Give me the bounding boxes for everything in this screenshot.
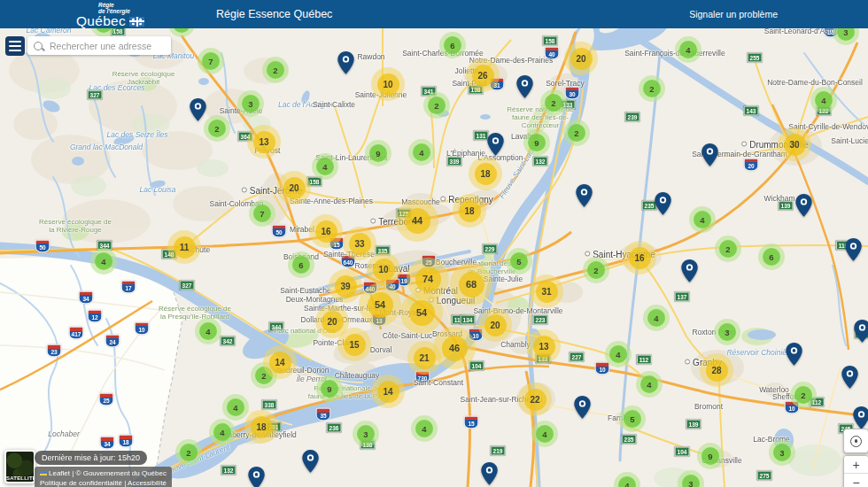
cluster-marker[interactable]: 9 <box>365 140 391 166</box>
route-shield: 338 <box>262 400 277 410</box>
cluster-marker[interactable]: 10 <box>371 67 405 101</box>
cluster-marker[interactable]: 16 <box>309 214 343 248</box>
cluster-marker[interactable]: 7 <box>198 48 224 74</box>
cluster-marker[interactable]: 4 <box>605 341 632 367</box>
cluster-marker[interactable]: 4 <box>408 139 435 166</box>
cluster-marker[interactable]: 22 <box>518 383 552 416</box>
cluster-marker[interactable]: 44 <box>396 199 438 242</box>
cluster-marker[interactable]: 5 <box>506 248 532 274</box>
cluster-marker[interactable]: 33 <box>343 227 376 260</box>
cluster-marker[interactable]: 18 <box>453 194 486 228</box>
map-canvas[interactable]: 1583273641581483443273423443382011323413… <box>0 0 868 487</box>
cluster-marker[interactable]: 2 <box>715 236 741 262</box>
autoroute-shield: 10 <box>595 362 610 375</box>
cluster-marker[interactable]: 54 <box>359 283 401 326</box>
cluster-marker[interactable]: 2 <box>583 257 609 283</box>
cluster-marker[interactable]: 28 <box>700 353 733 387</box>
cluster-marker[interactable]: 20 <box>564 42 598 75</box>
quebec-government-logo[interactable]: Régie de l'énergie Québec <box>76 2 144 29</box>
cluster-marker[interactable]: 2 <box>790 382 817 408</box>
search-input[interactable] <box>48 40 171 52</box>
cluster-marker[interactable]: 2 <box>204 115 230 142</box>
cluster-marker[interactable]: 2 <box>639 75 665 102</box>
map-label-water: Lac des Seize Îles <box>107 130 168 139</box>
cluster-marker[interactable]: 31 <box>530 274 563 308</box>
map-label-town: L'Épiphanie <box>446 149 485 158</box>
cluster-marker[interactable]: 7 <box>249 200 275 227</box>
cluster-marker[interactable]: 4 <box>209 419 236 445</box>
cluster-marker[interactable]: 11 <box>167 230 201 264</box>
cluster-marker[interactable]: 2 <box>563 120 590 146</box>
cluster-marker[interactable]: 6 <box>758 244 785 270</box>
cluster-marker[interactable]: 2 <box>423 92 450 119</box>
cluster-marker[interactable]: 16 <box>623 241 656 274</box>
autoroute-shield: 20 <box>744 158 759 172</box>
cluster-marker[interactable]: 6 <box>439 32 466 58</box>
cluster-marker[interactable]: 2 <box>540 89 567 116</box>
cluster-marker[interactable]: 10 <box>367 252 400 286</box>
map-label-water: Lac de l'Achigan <box>278 100 333 109</box>
cluster-marker[interactable]: 5 <box>619 406 646 432</box>
cluster-marker[interactable]: 13 <box>247 125 281 158</box>
cluster-marker[interactable]: 30 <box>778 128 811 161</box>
cluster-marker[interactable]: 4 <box>312 153 338 180</box>
leaflet-link[interactable]: Leaflet <box>49 469 70 477</box>
cluster-marker[interactable]: 4 <box>810 87 837 113</box>
cluster-marker[interactable]: 18 <box>244 410 278 444</box>
provider-link[interactable]: © Gouvernement du Québec <box>76 469 167 477</box>
cluster-marker[interactable]: 4 <box>643 305 670 331</box>
cluster-marker[interactable]: 2 <box>175 439 202 466</box>
map-label-town: Chambly <box>500 340 531 349</box>
map-label-town: Wickham <box>764 194 795 203</box>
menu-button[interactable] <box>5 36 25 56</box>
cluster-marker[interactable]: 3 <box>237 90 264 117</box>
locate-button[interactable] <box>843 429 868 453</box>
address-search <box>27 36 171 55</box>
autoroute-shield: 18 <box>119 435 134 448</box>
cluster-marker[interactable]: 4 <box>675 36 701 63</box>
privacy-link[interactable]: Politique de confidentialité <box>40 479 122 487</box>
cluster-marker[interactable]: 4 <box>614 472 640 487</box>
cluster-marker[interactable]: 68 <box>450 263 492 305</box>
cluster-marker[interactable]: 6 <box>288 251 314 278</box>
route-shield: 275 <box>757 471 772 481</box>
map-label-town: Bromont <box>694 402 723 411</box>
cluster-marker[interactable]: 15 <box>337 328 371 361</box>
cluster-marker[interactable]: 4 <box>689 206 716 233</box>
cluster-marker[interactable]: 20 <box>277 171 311 205</box>
cluster-marker[interactable]: 14 <box>263 345 297 379</box>
cluster-marker[interactable]: 4 <box>90 248 117 274</box>
route-shield: 342 <box>221 336 236 346</box>
cluster-marker[interactable]: 14 <box>371 375 405 408</box>
cluster-marker[interactable]: 18 <box>469 157 502 190</box>
zoom-out-button[interactable]: − <box>844 473 868 487</box>
cluster-marker[interactable]: 9 <box>697 443 724 469</box>
cluster-marker[interactable]: 4 <box>411 415 438 442</box>
accessibility-link[interactable]: Accessibilité <box>128 479 167 487</box>
satellite-layer-toggle[interactable]: SATELLITE <box>4 450 35 483</box>
cluster-marker[interactable]: 20 <box>478 308 512 342</box>
cluster-marker[interactable]: 26 <box>466 58 500 92</box>
cluster-marker[interactable]: 13 <box>527 329 561 363</box>
cluster-marker[interactable]: 54 <box>400 291 443 334</box>
cluster-marker[interactable]: 39 <box>329 269 362 303</box>
cluster-marker[interactable]: 4 <box>222 394 249 421</box>
report-problem-link[interactable]: Signaler un problème <box>689 9 778 19</box>
cluster-marker[interactable]: 3 <box>714 319 740 345</box>
map-label-water: Grand lac MacDonald <box>70 143 143 151</box>
hamburger-icon <box>9 41 21 43</box>
cluster-marker[interactable]: 9 <box>523 129 550 156</box>
cluster-marker[interactable]: 4 <box>636 371 663 398</box>
autoroute-shield: 25 <box>99 393 114 406</box>
cluster-marker[interactable]: 2 <box>262 57 289 83</box>
cluster-marker[interactable]: 9 <box>316 375 343 402</box>
cluster-marker[interactable]: 4 <box>531 421 558 447</box>
cluster-marker[interactable]: 21 <box>407 341 441 375</box>
cluster-marker[interactable]: 3 <box>353 421 379 447</box>
zoom-in-button[interactable]: + <box>844 456 868 473</box>
map-label-town: Waterloo <box>759 385 789 394</box>
autoroute-shield: 417 <box>69 327 84 340</box>
cluster-marker[interactable]: 3 <box>678 470 704 487</box>
cluster-marker[interactable]: 3 <box>769 439 795 466</box>
cluster-marker[interactable]: 4 <box>195 318 221 344</box>
